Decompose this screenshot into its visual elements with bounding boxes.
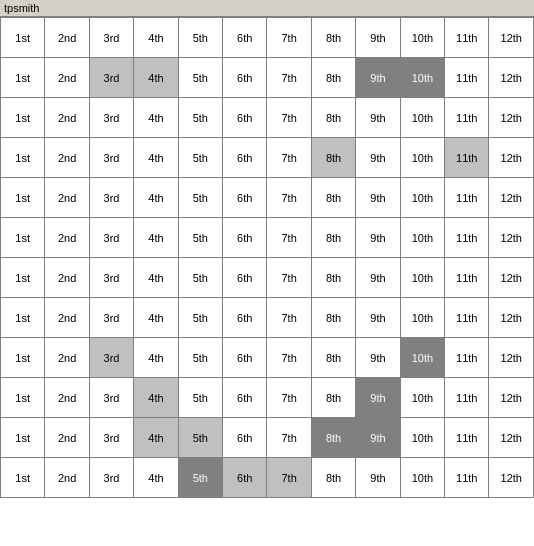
- table-cell: 6th: [223, 58, 267, 98]
- table-cell: 5th: [178, 58, 222, 98]
- table-cell: 8th: [311, 258, 355, 298]
- table-cell: 3rd: [89, 338, 133, 378]
- table-cell: 4th: [134, 378, 178, 418]
- table-cell: 5th: [178, 458, 222, 498]
- table-cell: 6th: [223, 298, 267, 338]
- table-cell: 2nd: [45, 218, 89, 258]
- table-cell: 8th: [311, 458, 355, 498]
- table-row: 1st2nd3rd4th5th6th7th8th9th10th11th12th: [1, 458, 534, 498]
- table-cell: 12th: [489, 258, 534, 298]
- table-cell: 11th: [445, 218, 489, 258]
- table-cell: 5th: [178, 298, 222, 338]
- table-cell: 9th: [356, 458, 400, 498]
- table-cell: 11th: [445, 378, 489, 418]
- table-cell: 3rd: [89, 178, 133, 218]
- table-cell: 2nd: [45, 178, 89, 218]
- table-cell: 6th: [223, 178, 267, 218]
- table-cell: 12th: [489, 138, 534, 178]
- table-cell: 4th: [134, 58, 178, 98]
- table-cell: 8th: [311, 138, 355, 178]
- table-cell: 8th: [311, 98, 355, 138]
- table-cell: 11th: [445, 458, 489, 498]
- table-cell: 8th: [311, 178, 355, 218]
- table-cell: 1st: [1, 138, 45, 178]
- table-cell: 1st: [1, 178, 45, 218]
- table-cell: 12th: [489, 98, 534, 138]
- table-cell: 1st: [1, 218, 45, 258]
- table-cell: 12th: [489, 298, 534, 338]
- table-cell: 6th: [223, 18, 267, 58]
- table-cell: 9th: [356, 58, 400, 98]
- table-cell: 7th: [267, 58, 311, 98]
- table-cell: 7th: [267, 298, 311, 338]
- table-cell: 4th: [134, 458, 178, 498]
- table-row: 1st2nd3rd4th5th6th7th8th9th10th11th12th: [1, 418, 534, 458]
- table-cell: 9th: [356, 298, 400, 338]
- table-cell: 12th: [489, 218, 534, 258]
- table-cell: 12th: [489, 18, 534, 58]
- table-cell: 4th: [134, 98, 178, 138]
- table-cell: 3rd: [89, 258, 133, 298]
- table-cell: 11th: [445, 58, 489, 98]
- table-cell: 1st: [1, 378, 45, 418]
- table-cell: 1st: [1, 98, 45, 138]
- table-cell: 9th: [356, 418, 400, 458]
- table-cell: 1st: [1, 338, 45, 378]
- title-bar: tpsmith: [0, 0, 534, 17]
- table-cell: 5th: [178, 218, 222, 258]
- table-cell: 12th: [489, 178, 534, 218]
- table-cell: 2nd: [45, 298, 89, 338]
- app-title: tpsmith: [4, 2, 39, 14]
- table-cell: 9th: [356, 98, 400, 138]
- table-cell: 7th: [267, 18, 311, 58]
- table-cell: 6th: [223, 418, 267, 458]
- table-cell: 6th: [223, 458, 267, 498]
- table-cell: 4th: [134, 138, 178, 178]
- table-cell: 11th: [445, 258, 489, 298]
- table-row: 1st2nd3rd4th5th6th7th8th9th10th11th12th: [1, 18, 534, 58]
- table-cell: 5th: [178, 98, 222, 138]
- table-cell: 3rd: [89, 138, 133, 178]
- table-cell: 10th: [400, 58, 444, 98]
- table-cell: 3rd: [89, 218, 133, 258]
- table-cell: 10th: [400, 178, 444, 218]
- table-cell: 10th: [400, 258, 444, 298]
- table-cell: 1st: [1, 458, 45, 498]
- table-cell: 3rd: [89, 18, 133, 58]
- table-cell: 9th: [356, 338, 400, 378]
- table-cell: 1st: [1, 18, 45, 58]
- table-cell: 11th: [445, 298, 489, 338]
- table-cell: 7th: [267, 258, 311, 298]
- table-cell: 3rd: [89, 98, 133, 138]
- table-cell: 11th: [445, 18, 489, 58]
- table-cell: 2nd: [45, 18, 89, 58]
- table-cell: 1st: [1, 258, 45, 298]
- table-cell: 2nd: [45, 58, 89, 98]
- table-cell: 6th: [223, 258, 267, 298]
- table-cell: 1st: [1, 298, 45, 338]
- table-cell: 2nd: [45, 98, 89, 138]
- table-cell: 11th: [445, 138, 489, 178]
- table-cell: 7th: [267, 218, 311, 258]
- table-cell: 4th: [134, 418, 178, 458]
- table-cell: 4th: [134, 338, 178, 378]
- table-cell: 9th: [356, 138, 400, 178]
- table-row: 1st2nd3rd4th5th6th7th8th9th10th11th12th: [1, 298, 534, 338]
- table-row: 1st2nd3rd4th5th6th7th8th9th10th11th12th: [1, 258, 534, 298]
- table-cell: 7th: [267, 338, 311, 378]
- table-cell: 8th: [311, 378, 355, 418]
- table-cell: 3rd: [89, 298, 133, 338]
- table-cell: 9th: [356, 378, 400, 418]
- table-cell: 5th: [178, 338, 222, 378]
- table-row: 1st2nd3rd4th5th6th7th8th9th10th11th12th: [1, 58, 534, 98]
- table-cell: 2nd: [45, 378, 89, 418]
- table-cell: 6th: [223, 378, 267, 418]
- table-cell: 10th: [400, 218, 444, 258]
- table-cell: 10th: [400, 458, 444, 498]
- table-cell: 8th: [311, 218, 355, 258]
- table-row: 1st2nd3rd4th5th6th7th8th9th10th11th12th: [1, 338, 534, 378]
- table-cell: 12th: [489, 458, 534, 498]
- table-cell: 11th: [445, 418, 489, 458]
- table-cell: 8th: [311, 18, 355, 58]
- table-cell: 4th: [134, 298, 178, 338]
